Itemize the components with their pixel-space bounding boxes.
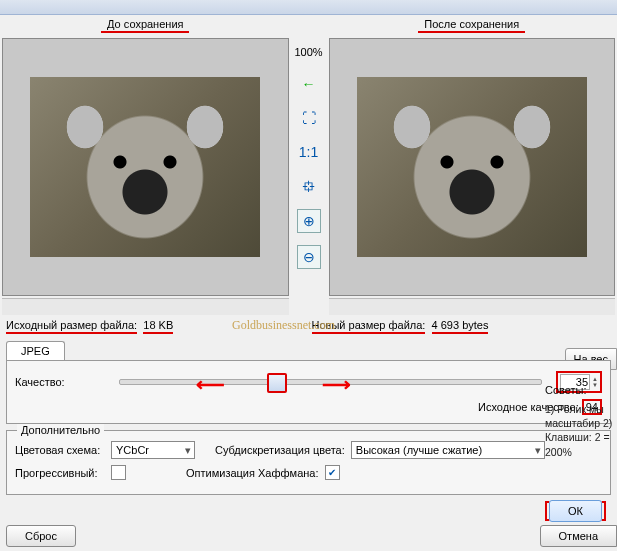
new-size-value: 4 693 bytes: [432, 319, 489, 334]
arrow-right-annotation: ⟶: [322, 372, 351, 396]
after-label: После сохранения: [418, 18, 525, 33]
preview-toolbar: 100% ← ⛶ 1:1 ⯐ ⊕ ⊖: [291, 15, 327, 315]
tips-panel: Советы: 1) Ролик мы масштабир 2) Клавиши…: [543, 382, 617, 523]
zoom-out-icon[interactable]: ⊖: [297, 245, 321, 269]
one-to-one-icon[interactable]: 1:1: [298, 141, 320, 163]
huffman-checkbox[interactable]: ✔: [325, 465, 340, 480]
zoom-in-icon[interactable]: ⊕: [297, 209, 321, 233]
tips-body: 1) Ролик мы масштабир 2) Клавиши: 2 = 20…: [545, 402, 615, 459]
format-tabs: JPEG: [6, 341, 617, 360]
progressive-label: Прогрессивный:: [15, 467, 105, 479]
color-scheme-combo[interactable]: YCbCr: [111, 441, 195, 459]
ok-button[interactable]: ОК: [549, 500, 602, 522]
extra-group: Дополнительно Цветовая схема: YCbCr Субд…: [6, 430, 611, 495]
quality-group: Качество: ⟵ ⟶ ▲▼ Исходное качество: 94: [6, 360, 611, 424]
fit-image-icon[interactable]: ⯐: [298, 175, 320, 197]
tips-title: Советы:: [545, 384, 615, 396]
before-label: До сохранения: [101, 18, 189, 33]
arrow-left-icon[interactable]: ←: [298, 73, 320, 95]
title-bar[interactable]: [0, 0, 617, 15]
watermark: Goldbusinessnet.com: [232, 318, 335, 333]
color-scheme-label: Цветовая схема:: [15, 444, 105, 456]
orig-size-value: 18 KB: [143, 319, 173, 334]
arrow-left-annotation: ⟵: [196, 372, 225, 396]
before-scrollbar[interactable]: [2, 298, 289, 315]
after-scrollbar[interactable]: [329, 298, 616, 315]
quality-label: Качество:: [15, 376, 105, 388]
quality-slider[interactable]: ⟵ ⟶: [119, 379, 542, 385]
subsampling-label: Субдискретизация цвета:: [215, 444, 345, 456]
reset-button[interactable]: Сброс: [6, 525, 76, 547]
footer: Сброс Отмена: [0, 525, 617, 547]
huffman-label: Оптимизация Хаффмана:: [186, 467, 319, 479]
before-image: [30, 77, 260, 257]
file-size-row: Исходный размер файла: 18 KB Goldbusines…: [0, 315, 617, 335]
after-panel: После сохранения: [327, 15, 618, 315]
after-header: После сохранения: [327, 15, 618, 36]
extra-group-title: Дополнительно: [17, 424, 104, 436]
after-image: [357, 77, 587, 257]
slider-thumb[interactable]: [267, 373, 287, 393]
before-panel: До сохранения: [0, 15, 291, 315]
cancel-button[interactable]: Отмена: [540, 525, 617, 547]
preview-zone: До сохранения 100% ← ⛶ 1:1 ⯐ ⊕ ⊖ После с…: [0, 15, 617, 315]
tab-jpeg[interactable]: JPEG: [6, 341, 65, 360]
zoom-value: 100%: [294, 43, 322, 61]
after-image-area[interactable]: [329, 38, 616, 296]
before-image-area[interactable]: [2, 38, 289, 296]
orig-size-label: Исходный размер файла:: [6, 319, 137, 334]
subsampling-combo[interactable]: Высокая (лучше сжатие): [351, 441, 545, 459]
save-dialog: До сохранения 100% ← ⛶ 1:1 ⯐ ⊕ ⊖ После с…: [0, 0, 617, 551]
fit-window-icon[interactable]: ⛶: [298, 107, 320, 129]
progressive-checkbox[interactable]: [111, 465, 126, 480]
before-header: До сохранения: [0, 15, 291, 36]
